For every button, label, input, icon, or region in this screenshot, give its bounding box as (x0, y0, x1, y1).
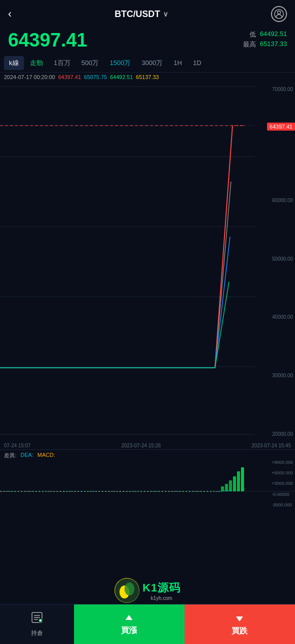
value4: 65137.33 (136, 74, 159, 80)
timestamp: 2024-07-17 00:20:00 (4, 74, 55, 80)
svg-rect-16 (225, 484, 228, 491)
svg-rect-20 (241, 467, 244, 491)
current-price-marker: 64397.41 (267, 123, 295, 131)
high-label: 最高 (243, 40, 256, 49)
watermark: K1源码 k1yh.com (114, 578, 180, 603)
macd-y-2: +6000.000 (272, 470, 293, 475)
bottom-nav: 持倉 買漲 買跌 (0, 604, 295, 644)
tab-bar: k線 走勁 1百万 500万 1500万 3000万 1H 1D (0, 54, 295, 73)
y-label-60000: 60000.00 (272, 198, 293, 203)
value2: 65075.75 (84, 74, 107, 80)
tab-500m[interactable]: 500万 (76, 56, 104, 70)
svg-rect-18 (233, 476, 236, 491)
trading-pair-label: BTC/USDT (114, 9, 160, 20)
data-row: 2024-07-17 00:20:00 64397.41 65075.75 64… (0, 73, 295, 82)
tab-3000m[interactable]: 3000万 (136, 56, 168, 70)
nav-buy-up[interactable]: 買漲 (74, 604, 184, 644)
macd-y-5: -3000.000 (272, 502, 293, 507)
time-axis: 07-24 15:07 2023-07-24 15:26 2023-07-24 … (0, 442, 295, 449)
back-button[interactable]: ‹ (8, 8, 12, 21)
y-label-70000: 70000.00 (272, 87, 293, 92)
time-label-2: 2023-07-24 15:26 (122, 443, 161, 448)
y-label-30000: 30000.00 (272, 373, 293, 378)
svg-point-1 (278, 11, 280, 14)
svg-rect-19 (237, 471, 240, 491)
y-label-20000: 20000.00 (272, 431, 293, 437)
price-main: 64397.41 (8, 30, 88, 51)
macd-labels: 差異: DEA: MACD: (0, 450, 295, 461)
tab-1m[interactable]: 1百万 (49, 56, 76, 70)
y-label-50000: 50000.00 (272, 256, 293, 262)
price-section: 64397.41 低 64492.51 最高 65137.33 (0, 28, 295, 54)
tab-kline[interactable]: k線 (4, 56, 24, 70)
low-label: 低 (250, 30, 256, 39)
y-label-40000: 40000.00 (272, 314, 293, 320)
svg-rect-15 (221, 486, 224, 491)
macd-chart (0, 461, 295, 506)
main-chart[interactable]: 70000.00 60000.00 50000.00 40000.00 3000… (0, 82, 295, 442)
low-value: 64492.51 (260, 30, 287, 39)
tab-1h[interactable]: 1H (168, 57, 187, 69)
chevron-down-icon[interactable]: ∨ (163, 10, 168, 18)
high-value: 65137.33 (260, 40, 287, 49)
svg-point-21 (115, 578, 139, 602)
macd-diff-label: 差異: (4, 452, 16, 459)
watermark-sub: k1yh.com (151, 595, 172, 601)
value3: 64492.51 (110, 74, 133, 80)
tab-1500m[interactable]: 1500万 (104, 56, 136, 70)
svg-point-23 (124, 582, 134, 595)
time-label-1: 07-24 15:07 (4, 443, 30, 448)
macd-dea-label: DEA: (20, 452, 34, 459)
hold-icon (30, 611, 44, 627)
nav-hold[interactable]: 持倉 (0, 604, 74, 644)
value1: 64397.41 (58, 74, 81, 80)
macd-y-3: +3000.000 (272, 481, 293, 486)
watermark-logo (114, 578, 140, 603)
buy-up-label: 買漲 (121, 625, 137, 636)
user-icon[interactable] (271, 6, 287, 22)
price-details: 低 64492.51 最高 65137.33 (243, 30, 287, 49)
buy-down-icon (234, 612, 246, 624)
watermark-text: K1源码 (142, 580, 180, 595)
tab-1d[interactable]: 1D (188, 57, 206, 69)
buy-up-icon (123, 612, 135, 624)
macd-y-1: +9000.000 (272, 460, 293, 465)
current-price-label: 64397.41 (267, 123, 295, 131)
macd-macd-label: MACD: (38, 452, 55, 459)
header-title: BTC/USDT ∨ (114, 9, 168, 20)
buy-down-label: 買跌 (232, 626, 248, 636)
hold-label: 持倉 (31, 629, 43, 637)
y-axis: 70000.00 60000.00 50000.00 40000.00 3000… (272, 82, 293, 442)
svg-point-22 (120, 585, 130, 598)
macd-y-4: -0.00000 (272, 492, 293, 497)
macd-section: 差異: DEA: MACD: +9000.000 +6000.000 +3000… (0, 449, 295, 509)
nav-buy-down[interactable]: 買跌 (184, 604, 295, 644)
svg-rect-17 (229, 480, 232, 491)
tab-trend[interactable]: 走勁 (25, 56, 48, 70)
header: ‹ BTC/USDT ∨ (0, 0, 295, 28)
macd-y-axis: +9000.000 +6000.000 +3000.000 -0.00000 -… (272, 460, 293, 507)
time-label-3: 2023-07-24 15:45 (252, 443, 291, 448)
